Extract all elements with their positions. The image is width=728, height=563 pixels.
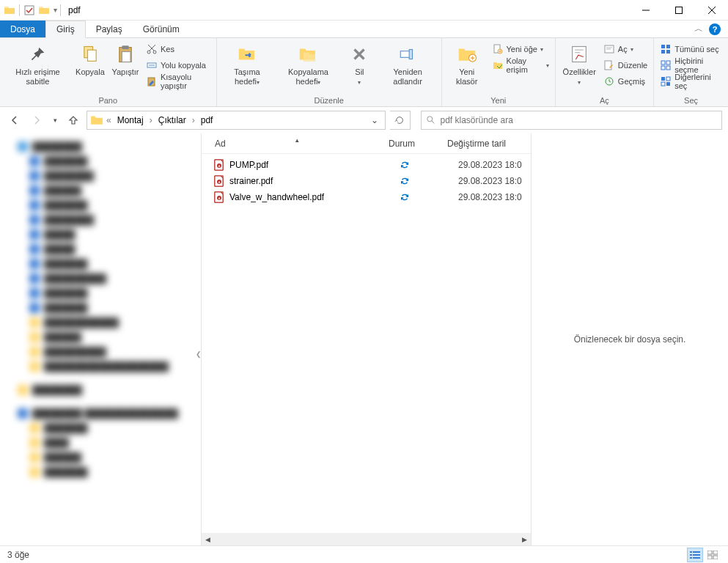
select-none-button[interactable]: Hiçbirini seçme — [658, 57, 724, 73]
back-button[interactable] — [6, 111, 23, 129]
new-item-icon — [492, 43, 504, 55]
details-view-button[interactable] — [687, 548, 703, 562]
tab-view[interactable]: Görünüm — [133, 21, 190, 37]
svg-point-35 — [427, 117, 432, 122]
window-title: pdf — [68, 5, 81, 15]
breadcrumb-item[interactable]: Çıktılar — [155, 115, 189, 125]
svg-rect-6 — [87, 50, 96, 61]
svg-rect-19 — [573, 47, 587, 62]
svg-point-11 — [153, 51, 156, 54]
chevron-down-icon[interactable]: ⌄ — [367, 115, 382, 125]
svg-rect-53 — [693, 557, 700, 559]
breadcrumb-item[interactable]: pdf — [198, 115, 216, 125]
address-bar-row: ▾ « Montaj › Çıktılar › pdf ⌄ — [0, 107, 728, 133]
column-date[interactable]: Değiştirme taril — [447, 139, 531, 149]
help-icon[interactable]: ? — [709, 23, 721, 35]
main-area: ████████ ███████ ████████ ██████ ███████… — [0, 133, 728, 545]
pin-icon — [26, 43, 49, 66]
svg-rect-55 — [713, 551, 718, 554]
svg-rect-9 — [122, 52, 130, 62]
file-row[interactable]: APUMP.pdf29.08.2023 18:0 — [202, 157, 531, 173]
delete-icon — [348, 43, 371, 66]
svg-rect-15 — [409, 50, 412, 59]
select-all-button[interactable]: Tümünü seç — [658, 41, 724, 57]
new-item-button[interactable]: Yeni öğe ▾ — [490, 41, 551, 57]
new-folder-button[interactable]: Yeni klasör — [446, 41, 488, 88]
up-button[interactable] — [65, 111, 82, 129]
svg-rect-28 — [666, 61, 670, 65]
horizontal-scrollbar[interactable]: ◀ ▶ — [202, 533, 531, 545]
paste-icon — [114, 43, 137, 66]
refresh-button[interactable] — [390, 111, 411, 130]
svg-rect-23 — [661, 45, 665, 48]
ribbon-group-select: Tümünü seç Hiçbirini seçme Diğerlerini s… — [654, 38, 728, 106]
chevron-down-icon[interactable]: ▾ — [54, 6, 57, 14]
close-button[interactable] — [695, 0, 728, 21]
thumbnail-view-button[interactable] — [705, 548, 721, 562]
properties-icon — [567, 43, 591, 66]
recent-dropdown[interactable]: ▾ — [50, 111, 60, 129]
pin-button[interactable]: Hızlı erişime sabitle — [4, 41, 71, 88]
history-icon — [603, 76, 615, 87]
splitter-handle[interactable]: ❮ — [196, 339, 201, 369]
path-icon — [146, 59, 158, 71]
easy-access-button[interactable]: Kolay erişim ▾ — [490, 57, 551, 73]
svg-rect-8 — [122, 45, 128, 49]
copy-path-button[interactable]: Yolu kopyala — [144, 57, 212, 73]
file-row[interactable]: Astrainer.pdf29.08.2023 18:0 — [202, 173, 531, 189]
item-count: 3 öğe — [7, 550, 29, 560]
easy-access-icon — [492, 59, 504, 71]
maximize-button[interactable] — [662, 0, 695, 21]
open-button[interactable]: Aç ▾ — [602, 41, 649, 57]
rename-button[interactable]: Yeniden adlandır — [378, 41, 436, 88]
cut-button[interactable]: Kes — [144, 41, 212, 57]
breadcrumb-item[interactable]: Montaj — [114, 115, 147, 125]
folder-icon[interactable] — [37, 4, 51, 17]
chevron-up-icon[interactable]: ︿ — [694, 23, 703, 35]
svg-rect-32 — [666, 77, 670, 81]
paste-button[interactable]: Yapıştır — [109, 41, 141, 78]
search-input[interactable] — [441, 115, 718, 125]
invert-icon — [660, 76, 672, 87]
file-date: 29.08.2023 18:0 — [458, 160, 522, 170]
select-all-icon — [660, 43, 672, 55]
properties-button[interactable]: Özellikler▾ — [560, 41, 599, 88]
svg-rect-49 — [693, 551, 700, 553]
column-name[interactable]: ▴Ad — [202, 139, 389, 149]
checkbox-icon[interactable] — [23, 4, 36, 17]
move-to-button[interactable]: Taşıma hedefi▾ — [221, 41, 273, 88]
copy-icon — [78, 43, 102, 66]
svg-rect-52 — [690, 557, 692, 559]
file-row[interactable]: AValve_w_handwheel.pdf29.08.2023 18:0 — [202, 189, 531, 205]
ribbon-group-organize: Taşıma hedefi▾ Kopyalama hedefi▾ Sil▾ Ye… — [217, 38, 442, 106]
address-bar[interactable]: « Montaj › Çıktılar › pdf ⌄ — [87, 111, 386, 130]
folder-icon — [3, 4, 16, 17]
tab-file[interactable]: Dosya — [0, 21, 45, 37]
minimize-button[interactable] — [629, 0, 662, 21]
copy-to-button[interactable]: Kopyalama hedefi▾ — [276, 41, 340, 88]
svg-text:A: A — [218, 180, 221, 184]
invert-selection-button[interactable]: Diğerlerini seç — [658, 73, 724, 89]
svg-rect-56 — [707, 556, 712, 559]
svg-rect-26 — [666, 50, 670, 54]
ribbon-group-open: Özellikler▾ Aç ▾ Düzenle Geçmiş Aç — [556, 38, 655, 106]
column-status[interactable]: Durum — [389, 139, 447, 149]
forward-button[interactable] — [28, 111, 45, 129]
search-box[interactable] — [421, 111, 723, 130]
scroll-left-icon[interactable]: ◀ — [202, 533, 214, 545]
history-button[interactable]: Geçmiş — [602, 73, 649, 89]
paste-shortcut-button[interactable]: Kısayolu yapıştır — [144, 73, 212, 89]
column-headers: ▴Ad Durum Değiştirme taril — [202, 133, 531, 154]
delete-button[interactable]: Sil▾ — [343, 41, 375, 88]
open-icon — [603, 43, 615, 55]
copy-button[interactable]: Kopyala — [74, 41, 106, 78]
edit-button[interactable]: Düzenle — [602, 57, 649, 73]
ribbon-tabs: Dosya Giriş Paylaş Görünüm ︿ ? — [0, 21, 728, 38]
svg-rect-51 — [693, 554, 700, 556]
svg-rect-29 — [661, 66, 665, 70]
tab-share[interactable]: Paylaş — [86, 21, 133, 37]
scroll-right-icon[interactable]: ▶ — [518, 533, 531, 545]
navigation-pane[interactable]: ████████ ███████ ████████ ██████ ███████… — [0, 133, 202, 545]
tab-home[interactable]: Giriş — [45, 21, 86, 38]
svg-text:A: A — [218, 196, 221, 200]
